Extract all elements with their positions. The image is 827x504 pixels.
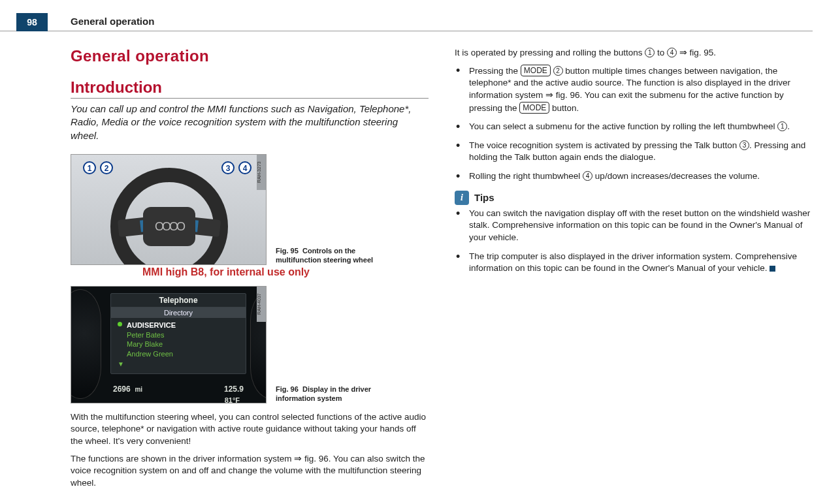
callout-1: 1 [83,161,96,174]
body-paragraph: The functions are shown in the driver in… [71,453,429,490]
callout-2: 2 [100,161,113,174]
dis-panel: Telephone Directory AUDISERVICE Peter Ba… [110,293,246,374]
figure-96: Telephone Directory AUDISERVICE Peter Ba… [71,286,429,403]
ref-circle-1: 1 [645,48,655,57]
bullet-item: You can select a submenu for the active … [455,121,813,133]
callout-4: 4 [238,161,251,174]
dis-bottom-bar: 2696 mi 125.9 81°F [110,385,246,394]
figure-96-caption: Fig. 96 Display in the driver informatio… [276,385,374,403]
page-number-tab: 98 [16,13,48,31]
body-paragraph: With the multifunction steering wheel, y… [71,411,429,448]
bullet-list: Pressing the MODE 2 button multiple time… [455,65,813,183]
dis-subtitle: Directory [111,307,246,318]
tips-label: Tips [474,192,495,203]
end-mark-icon [770,266,775,272]
figure-95: OOOO 1 2 3 4 RAH-3273 Fig. 95 Controls o… [71,154,429,278]
body-paragraph: It is operated by pressing and rolling t… [455,47,813,59]
page-header: 98 General operation [0,13,813,31]
mode-key: MODE [519,102,549,114]
list-item: Mary Blake [127,339,239,349]
ref-circle-4: 4 [667,48,677,57]
dis-list: AUDISERVICE Peter Bates Mary Blake ▼ And… [111,318,246,360]
figure-96-image: Telephone Directory AUDISERVICE Peter Ba… [71,286,267,403]
list-item: Peter Bates [127,330,239,340]
dis-title: Telephone [111,294,246,307]
figure-95-caption: Fig. 95 Controls on the multifunction st… [276,247,374,265]
ref-circle-1: 1 [777,121,787,131]
callout-3: 3 [221,161,235,174]
active-dot-icon [118,322,122,326]
running-head: General operation [71,16,154,27]
audi-rings-icon: OOOO [155,219,184,233]
ref-circle-4: 4 [583,171,592,181]
dis-temp: 81°F [225,396,240,403]
ref-circle-2: 2 [553,66,563,76]
info-icon: i [455,191,469,205]
list-item: Andrew Green [127,349,239,359]
page-title: General operation [71,47,429,65]
list-item: AUDISERVICE [127,321,239,330]
section-heading: Introduction [71,78,429,99]
lead-paragraph: You can call up and control the MMI func… [71,102,429,142]
tips-heading: i Tips [455,191,813,205]
scroll-arrow-icon: ▼ [118,360,124,369]
bullet-item: Rolling the right thumbwheel 4 up/down i… [455,170,813,183]
bullet-item: Pressing the MODE 2 button multiple time… [455,65,813,115]
mode-key: MODE [521,65,551,76]
image-code-96: RAH-4037 [257,287,266,322]
bullet-item: You can switch the navigation display of… [455,208,813,244]
ref-circle-3: 3 [739,140,749,150]
gauge-left-icon [71,289,101,399]
watermark: MMI high B8, for internal use only [142,266,500,278]
tips-list: You can switch the navigation display of… [455,208,813,275]
bullet-item: The trip computer is also displayed in t… [455,251,813,275]
figure-95-image: OOOO 1 2 3 4 RAH-3273 [71,154,267,265]
steering-wheel-icon: OOOO [110,168,228,265]
bullet-item: The voice recognition system is activate… [455,140,813,164]
image-code-95: RAH-3273 [257,155,266,190]
